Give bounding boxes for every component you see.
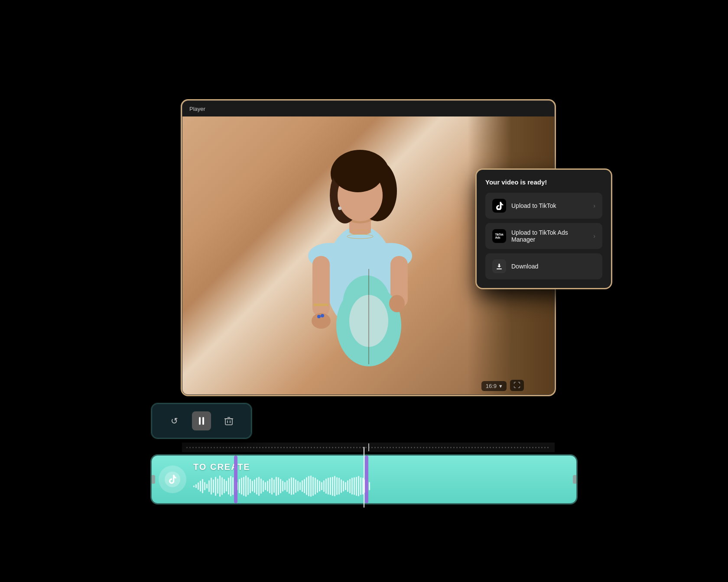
download-label: Download [511,263,595,270]
svg-point-23 [317,315,321,318]
person-figure [278,139,442,394]
wave-bar-72 [349,479,351,493]
wave-bar-45 [291,477,292,495]
wave-bar-32 [263,480,264,492]
wave-bar-41 [282,481,283,491]
wave-bar-69 [343,481,344,491]
chevron-right-icon-ads: › [593,233,595,239]
scene: Player [126,74,602,508]
wave-bar-27 [252,481,253,491]
audio-tiktok-icon [159,466,186,493]
undo-button[interactable]: ↺ [165,411,184,430]
wave-bar-38 [276,477,277,496]
wave-bar-18 [232,477,234,495]
wave-bar-14 [224,479,225,493]
wave-bar-23 [243,477,244,496]
playhead-line [364,447,364,508]
wave-bar-74 [354,477,355,495]
wave-bar-51 [304,479,305,493]
wave-bar-5 [204,482,205,491]
aspect-ratio-label: 16:9 [486,383,497,389]
wave-bar-4 [202,479,203,493]
download-icon [492,259,506,273]
controls-toolbar: ↺ [152,404,251,438]
wave-bar-73 [351,478,353,495]
wave-bar-81 [369,482,370,491]
audio-content: TO CREATE [193,462,569,497]
wave-bar-11 [217,479,218,494]
wave-bar-35 [269,479,270,493]
wave-bar-6 [206,484,208,488]
svg-point-24 [321,314,324,317]
aspect-ratio-control[interactable]: 16:9 ▾ [481,381,507,391]
wave-bar-66 [336,477,338,495]
wave-bar-26 [250,479,251,493]
svg-rect-20 [313,304,328,306]
wave-bar-63 [330,477,331,495]
fullscreen-button[interactable]: ⛶ [510,380,524,391]
player-title: Player [189,106,205,112]
svg-rect-26 [199,417,201,425]
svg-point-19 [338,207,341,210]
wave-bar-30 [258,477,260,496]
wave-bar-21 [239,479,240,493]
download-item[interactable]: Download [485,253,602,279]
track-handle-right[interactable] [573,475,576,484]
wave-bar-29 [256,478,257,495]
wave-bar-37 [273,479,275,493]
wave-bar-68 [341,479,342,493]
wave-bar-12 [219,475,221,497]
svg-rect-28 [225,419,232,425]
trim-icon [195,415,208,427]
fullscreen-icon: ⛶ [514,382,520,389]
wave-bar-39 [278,477,279,495]
wave-bar-52 [306,477,307,495]
wave-bar-36 [271,478,273,495]
wave-bar-0 [193,485,195,487]
wave-bar-70 [345,482,346,491]
delete-button[interactable] [219,411,238,430]
svg-point-8 [332,151,384,192]
chevron-down-icon: ▾ [499,383,502,389]
upload-tiktok-item[interactable]: Upload to TikTok › [485,193,602,219]
wave-bar-53 [308,476,309,496]
trim-handle-left[interactable] [234,456,237,503]
wave-bar-77 [360,477,361,495]
wave-bar-43 [286,480,288,492]
wave-bar-25 [247,477,249,495]
svg-rect-27 [202,417,204,425]
wave-bar-56 [315,478,316,495]
audio-label: TO CREATE [193,462,569,472]
wave-bar-47 [295,479,296,493]
wave-bar-15 [226,481,227,491]
wave-bar-59 [321,482,322,491]
popup-title: Your video is ready! [485,178,602,186]
svg-rect-11 [312,256,330,317]
track-handle-left[interactable] [152,475,155,484]
undo-icon: ↺ [171,416,178,426]
wave-bar-65 [334,476,335,496]
upload-tiktok-ads-item[interactable]: TikTokAds Upload to TikTok Ads Manager › [485,223,602,249]
wave-bar-1 [195,484,197,488]
wave-bar-75 [356,477,357,496]
wave-bar-54 [310,475,312,497]
wave-bar-24 [245,475,247,497]
wave-bar-57 [317,479,318,493]
chevron-right-icon-tiktok: › [593,202,595,209]
upload-tiktok-label: Upload to TikTok [511,202,593,209]
wave-bar-62 [328,478,329,495]
wave-bar-33 [265,482,266,491]
wave-bar-76 [358,476,359,496]
wave-bar-17 [230,476,231,496]
wave-bar-55 [312,477,314,496]
wave-bar-22 [241,478,242,495]
trim-handle-right[interactable] [365,456,368,503]
wave-bar-3 [200,481,201,491]
wave-bar-44 [289,479,290,494]
trim-button[interactable] [192,411,211,430]
upload-tiktok-ads-label: Upload to TikTok Ads Manager [511,229,593,243]
wave-bar-60 [323,480,325,492]
svg-point-22 [389,295,405,312]
tiktok-ads-icon: TikTokAds [492,229,506,243]
video-ready-popup: Your video is ready! Upload to TikTok › … [477,170,611,288]
